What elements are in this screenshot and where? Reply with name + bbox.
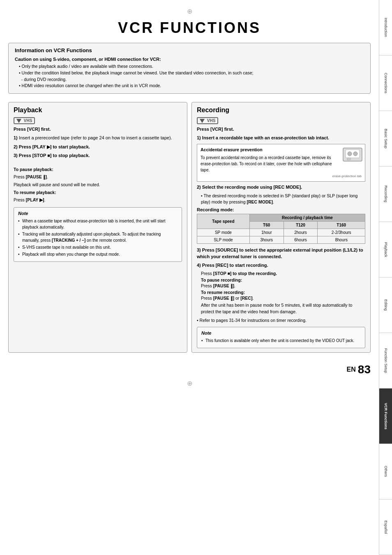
sidebar-item-vcr-functions[interactable]: VCR Functions	[379, 388, 392, 444]
page-wrapper: Introduction Connections Basic Setup Rec…	[0, 0, 392, 555]
resume-playback-line1: Press [PLAY ▶].	[14, 197, 182, 203]
pause-playback-line2: Playback will pause and sound will be mu…	[14, 182, 182, 188]
svg-rect-4	[347, 158, 350, 160]
page-title: VCR FUNCTIONS	[8, 19, 371, 37]
recording-step-2: 2) Select the recording mode using [REC …	[197, 184, 365, 190]
resume-recording-title: To resume recording:	[197, 290, 365, 295]
erasure-protection-tab-image	[342, 146, 363, 163]
vhs-logo-recording: VHS	[197, 117, 218, 124]
info-section-title: Information on VCR Functions	[15, 47, 364, 53]
playback-press-vcr: Press [VCR] first.	[14, 127, 182, 132]
playback-note-box: Note When a cassette tape without erase-…	[14, 207, 182, 262]
recording-mode-label: Recording mode:	[197, 207, 365, 212]
sidebar-item-function-setup[interactable]: Function Setup	[379, 333, 392, 388]
playback-step-3: 3) Press [STOP ■] to stop playback.	[14, 153, 182, 159]
sidebar-item-espanol[interactable]: Español	[379, 500, 392, 555]
caution-bullet-2: • Under the condition listed below, the …	[19, 70, 364, 83]
erasure-img-label: erase-protection tab	[201, 174, 362, 179]
auto-stop-text: After the unit has been in pause mode fo…	[197, 302, 365, 315]
caution-title: Caution on using S-video, component, or …	[15, 57, 364, 62]
pause-recording-title: To pause recording:	[197, 278, 365, 282]
caution-bullet-3: • HDMI video resolution cannot be change…	[19, 83, 364, 89]
playback-note-title: Note	[18, 211, 178, 216]
playback-note-item-2: Tracking will be automatically adjusted …	[18, 231, 178, 243]
erasure-text: To prevent accidental recording on a rec…	[201, 155, 362, 173]
recording-step-3: 3) Press [SOURCE] to select the appropri…	[197, 247, 365, 260]
recording-step-1: 1) Insert a recordable tape with an eras…	[197, 135, 365, 141]
sidebar-item-recording[interactable]: Recording	[379, 166, 392, 222]
playback-note-item-3: S-VHS cassette tape is not available on …	[18, 244, 178, 250]
recording-press-vcr: Press [VCR] first.	[197, 127, 365, 132]
recording-mode-table: Tape speed Recording / playback time T60…	[197, 214, 365, 244]
main-content: ⊕ VCR FUNCTIONS Information on VCR Funct…	[0, 0, 379, 395]
page-number: 83	[358, 363, 371, 376]
playback-step-1: 1) Insert a prerecorded tape (refer to p…	[14, 135, 182, 141]
caution-bullet-1: • Only the playback audio / video are av…	[19, 63, 364, 70]
vhs-logo-playback: VHS	[14, 117, 35, 124]
page-lang: EN	[347, 366, 356, 373]
sidebar-item-others[interactable]: Others	[379, 444, 392, 500]
recording-note-title: Note	[201, 331, 361, 335]
svg-point-2	[348, 152, 352, 156]
recording-section: Recording VHS Press [VCR] first. 1) Inse…	[191, 102, 371, 353]
resume-playback-title: To resume playback:	[14, 190, 182, 196]
right-sidebar: Introduction Connections Basic Setup Rec…	[379, 0, 392, 555]
sidebar-item-introduction[interactable]: Introduction	[379, 0, 392, 56]
sidebar-item-connections[interactable]: Connections	[379, 56, 392, 111]
bottom-registration-mark: ⊕	[8, 379, 371, 387]
playback-note-item-4: Playback will stop when you change the o…	[18, 251, 178, 257]
pause-playback-title: To pause playback:	[14, 166, 182, 173]
erasure-prevention-box: Accidental erasure prevention To prevent…	[197, 144, 365, 182]
refer-text: • Refer to pages 31-34 for instructions …	[197, 318, 365, 323]
recording-step-4: 4) Press [REC] to start recording.	[197, 262, 365, 268]
sidebar-item-editing[interactable]: Editing	[379, 278, 392, 333]
recording-step-2-sub: • The desired recording mode is selected…	[197, 193, 365, 205]
svg-point-3	[353, 152, 357, 156]
top-registration-mark: ⊕	[8, 7, 371, 15]
playback-section: Playback VHS Press [VCR] first. 1) Inser…	[8, 102, 187, 353]
page-number-area: EN 83	[8, 359, 371, 378]
recording-note-item-1: This function is available only when the…	[201, 338, 361, 344]
sidebar-item-basic-setup[interactable]: Basic Setup	[379, 111, 392, 166]
pause-recording-text: Press [PAUSE ‖].	[197, 283, 365, 288]
sidebar-item-playback[interactable]: Playback	[379, 222, 392, 278]
pause-playback-line1: Press [PAUSE ‖].	[14, 174, 182, 180]
playback-title: Playback	[14, 106, 182, 114]
recording-note-box: Note This function is available only whe…	[197, 327, 365, 348]
playback-step-2: 2) Press [PLAY ▶] to start playback.	[14, 144, 182, 150]
two-column-layout: Playback VHS Press [VCR] first. 1) Inser…	[8, 102, 371, 353]
playback-note-item-1: When a cassette tape without erase-prote…	[18, 218, 178, 230]
info-section: Information on VCR Functions Caution on …	[8, 43, 371, 94]
erasure-title: Accidental erasure prevention	[201, 147, 362, 153]
resume-recording-text: Press [PAUSE ‖] or [REC].	[197, 296, 365, 301]
stop-recording: Press [STOP ■] to stop the recording.	[197, 271, 365, 276]
recording-title: Recording	[197, 106, 365, 114]
